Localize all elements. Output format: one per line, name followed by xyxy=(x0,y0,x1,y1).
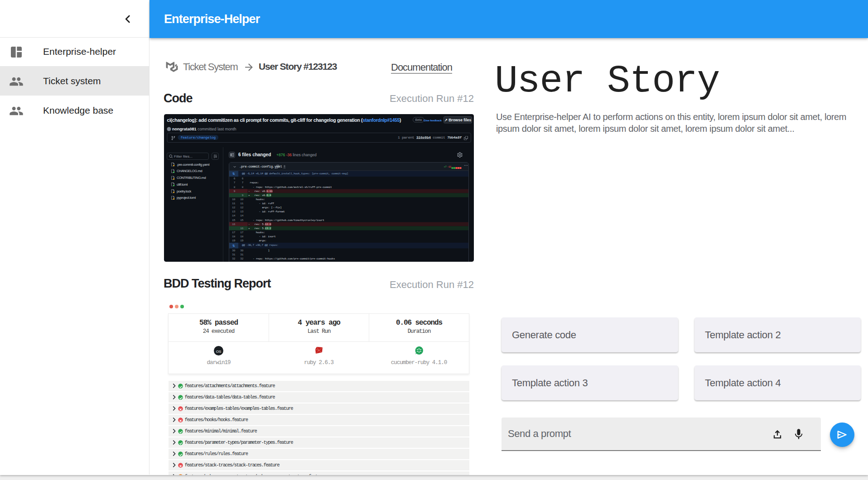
svg-text:OS: OS xyxy=(216,350,222,354)
